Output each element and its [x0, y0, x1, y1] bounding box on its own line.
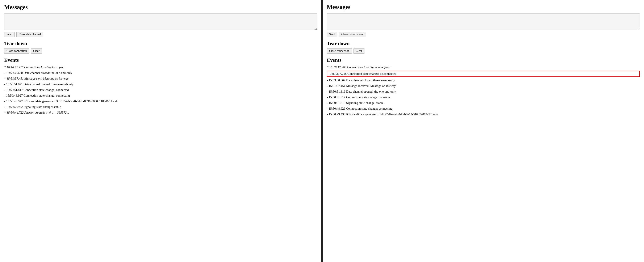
right-teardown-buttons: Close connection Clear: [327, 48, 640, 53]
left-events-title: Events: [4, 57, 317, 63]
right-event-item: - 15:50:51.819 Data channel opened: the-…: [327, 89, 640, 94]
left-event-item: - 15:50:51.821 Data channel opened: the-…: [4, 82, 317, 86]
left-event-item: - 15:50:51.817 Connection state change: …: [4, 88, 317, 92]
right-panel: Messages Send Close data channel Tear do…: [323, 0, 644, 262]
left-panel: Messages Send Close data channel Tear do…: [0, 0, 321, 262]
left-event-item: * 16:10:11.770 Connection closed by loca…: [4, 65, 317, 69]
left-title: Messages: [4, 4, 317, 10]
left-event-list: * 16:10:11.770 Connection closed by loca…: [4, 65, 317, 115]
left-event-item: - 15:53:30.670 Data channel closed: the-…: [4, 71, 317, 75]
right-message-buttons: Send Close data channel: [327, 32, 640, 37]
right-event-list: * 16:10:17.260 Connection closed by remo…: [327, 65, 640, 117]
left-event-item: - 15:50:48.922 Signaling state change: s…: [4, 105, 317, 109]
right-event-item: - 16:10:17.255 Connection state change: …: [327, 71, 640, 77]
right-clear-button[interactable]: Clear: [354, 48, 364, 53]
left-event-item: * 15:51:57.451 Message sent: Message on …: [4, 76, 317, 81]
right-message-input[interactable]: [327, 13, 640, 30]
left-clear-button[interactable]: Clear: [31, 48, 42, 53]
left-event-item: - 15:50:48.927 Connection state change: …: [4, 93, 317, 98]
right-teardown-title: Tear down: [327, 41, 640, 46]
right-event-item: * 16:10:17.260 Connection closed by remo…: [327, 65, 640, 69]
left-close-connection-button[interactable]: Close connection: [4, 48, 29, 53]
left-event-item: * 15:50:44.722 Answer created: v=0 o=- 3…: [4, 110, 317, 115]
right-event-item: - 15:50:51.817 Connection state change: …: [327, 95, 640, 99]
right-event-item: - 15:53:30.667 Data channel closed: the-…: [327, 78, 640, 82]
left-message-input[interactable]: [4, 13, 317, 30]
right-close-channel-button[interactable]: Close data channel: [339, 32, 366, 37]
right-event-item: - 15:51:57.454 Message received: Message…: [327, 84, 640, 88]
left-teardown-buttons: Close connection Clear: [4, 48, 317, 53]
right-close-connection-button[interactable]: Close connection: [327, 48, 352, 53]
left-send-button[interactable]: Send: [4, 32, 15, 37]
right-event-item: - 15:50:29.435 ICE candidate generated: …: [327, 112, 640, 117]
left-close-channel-button[interactable]: Close data channel: [16, 32, 43, 37]
right-event-item: - 15:50:51.813 Signaling state change: s…: [327, 101, 640, 105]
left-event-item: - 15:50:48.927 ICE candidate generated: …: [4, 99, 317, 103]
right-title: Messages: [327, 4, 640, 10]
left-message-buttons: Send Close data channel: [4, 32, 317, 37]
right-events-title: Events: [327, 57, 640, 63]
right-event-item: - 15:50:48.929 Connection state change: …: [327, 106, 640, 111]
right-send-button[interactable]: Send: [327, 32, 337, 37]
left-teardown-title: Tear down: [4, 41, 317, 46]
